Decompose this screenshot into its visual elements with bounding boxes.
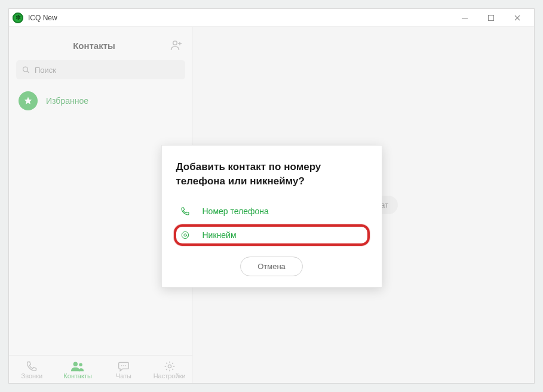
phone-icon	[179, 206, 192, 216]
dialog-title: Добавить контакт по номеру телефона или …	[176, 160, 367, 189]
app-title: ICQ New	[28, 14, 57, 22]
cancel-button[interactable]: Отмена	[240, 257, 303, 276]
app-window: ICQ New Контакты	[8, 8, 535, 384]
svg-rect-0	[462, 18, 468, 18]
option-phone-label: Номер телефона	[203, 206, 269, 216]
option-nickname-label: Никнейм	[203, 230, 237, 240]
window-close-button[interactable]	[504, 10, 530, 26]
svg-point-10	[182, 232, 188, 238]
at-icon	[179, 230, 192, 240]
window-minimize-button[interactable]	[452, 10, 478, 26]
svg-rect-1	[489, 15, 494, 20]
window-maximize-button[interactable]	[478, 10, 504, 26]
app-logo	[13, 13, 23, 23]
option-nickname[interactable]: Никнейм	[174, 224, 370, 246]
titlebar: ICQ New	[9, 9, 534, 27]
svg-point-11	[183, 233, 186, 236]
modal-overlay[interactable]: Добавить контакт по номеру телефона или …	[9, 27, 534, 383]
option-phone[interactable]: Номер телефона	[176, 202, 367, 221]
add-contact-dialog: Добавить контакт по номеру телефона или …	[161, 145, 382, 288]
